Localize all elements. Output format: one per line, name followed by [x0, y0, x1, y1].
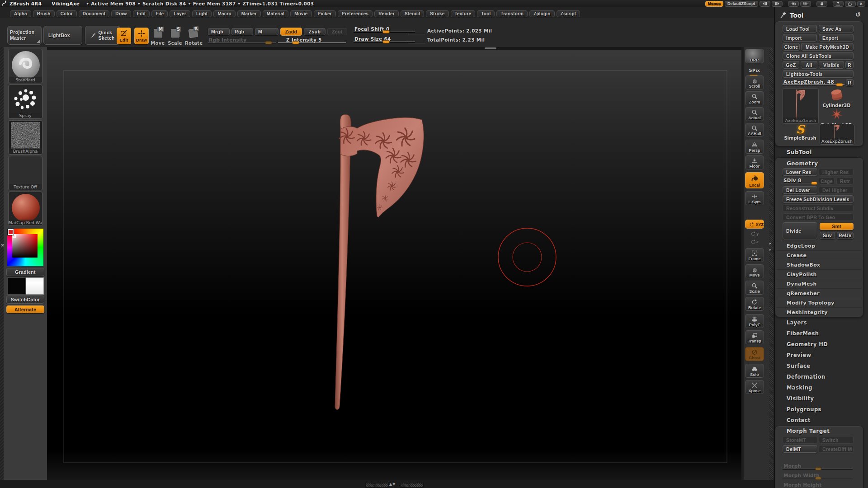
creatediff-button[interactable]: CreateDiff M: [819, 445, 854, 453]
geometry-subsection-header[interactable]: EdgeLoop: [776, 241, 862, 250]
tool-section-header[interactable]: Layers: [775, 317, 863, 328]
geometry-subsection-header[interactable]: ShadowBox: [776, 260, 862, 269]
geometry-subsection-header[interactable]: MeshIntegrity: [776, 307, 862, 317]
lsym-button[interactable]: L.Sym: [745, 191, 764, 205]
restore-button[interactable]: [845, 1, 856, 7]
rotate-y-constraint-icon[interactable]: y: [750, 231, 759, 237]
store-mt-button[interactable]: StoreMT: [783, 436, 817, 444]
switch-mt-button[interactable]: Switch: [819, 436, 854, 444]
focal-shift-slider[interactable]: Focal Shift 0: [354, 26, 415, 33]
slider-handle[interactable]: [292, 41, 299, 44]
save-as-button[interactable]: Save As: [819, 25, 854, 33]
xpose-button[interactable]: Xpose: [745, 380, 764, 394]
frame-button[interactable]: Frame: [745, 248, 764, 262]
goz-all-button[interactable]: All: [801, 61, 817, 69]
saturation-value-square[interactable]: [12, 234, 38, 258]
zoom-canvas-button[interactable]: Zoom: [745, 91, 764, 105]
tool-section-header[interactable]: Polygroups: [775, 404, 863, 415]
reset-palette-icon[interactable]: ↺: [855, 11, 861, 18]
menu-item[interactable]: Alpha: [10, 10, 31, 17]
goz-r-button[interactable]: R: [845, 61, 854, 69]
minimize-button[interactable]: [833, 1, 844, 7]
tool-section-header[interactable]: Preview: [775, 350, 863, 361]
reuv-button[interactable]: ReUV: [837, 232, 854, 239]
slider-handle[interactable]: [382, 30, 390, 33]
draw-button[interactable]: Draw: [134, 28, 149, 44]
menu-item[interactable]: Stencil: [401, 10, 424, 17]
menu-item[interactable]: Macro: [213, 10, 235, 17]
geometry-subsection-header[interactable]: ClayPolish: [776, 269, 862, 279]
rgb-intensity-slider[interactable]: Rgb Intensity: [208, 37, 276, 44]
tool-item-cylinder[interactable]: Cylinder3D: [820, 89, 854, 108]
z-intensity-slider[interactable]: Z Intensity 5: [278, 37, 346, 44]
convert-bpr-button[interactable]: Convert BPR To Geo: [783, 213, 854, 221]
rotate-button[interactable]: R Rotate: [185, 28, 201, 47]
clone-all-subtools-button[interactable]: Clone All SubTools: [783, 52, 854, 60]
main-color-swatch[interactable]: [7, 277, 25, 295]
color-picker[interactable]: [7, 229, 43, 266]
menu-item[interactable]: Zscript: [557, 10, 580, 17]
edit-button[interactable]: Edit: [117, 28, 131, 44]
zcut-button[interactable]: Zcut: [327, 28, 347, 35]
polyframe-button[interactable]: PolyF: [745, 314, 764, 328]
geometry-subsection-header[interactable]: qRemesher: [776, 288, 862, 298]
goz-visible-button[interactable]: Visible: [819, 61, 844, 69]
tool-select-slider[interactable]: AxeExpZbrush. 48: [783, 79, 844, 86]
tool-section-header[interactable]: FiberMesh: [775, 328, 863, 339]
right-tray-scrollbar[interactable]: [769, 47, 774, 480]
slider-handle[interactable]: [382, 40, 390, 43]
slider-handle[interactable]: [265, 41, 272, 44]
tray-expand-icon2[interactable]: ▸: [769, 248, 771, 252]
menu-item[interactable]: File: [151, 10, 168, 17]
menu-item[interactable]: Document: [79, 10, 110, 17]
morph-slider[interactable]: Morph: [783, 463, 853, 470]
del-lower-button[interactable]: Del Lower: [783, 186, 817, 194]
scroll-canvas-button[interactable]: Scroll: [745, 75, 764, 89]
del-mt-button[interactable]: DelMT: [783, 445, 817, 453]
menu-item[interactable]: Transform: [496, 10, 528, 17]
make-polymesh3d-button[interactable]: Make PolyMesh3D: [801, 43, 854, 51]
current-tool-thumbnail[interactable]: AxeExpZbrush: [783, 88, 819, 124]
alpha-thumbnail[interactable]: BrushAlpha: [8, 120, 42, 155]
divide-button[interactable]: Divide: [783, 222, 817, 239]
scroll-right-button[interactable]: [772, 1, 783, 7]
tool-item-simplebrush[interactable]: S SimpleBrush: [783, 124, 818, 141]
slider-handle[interactable]: [815, 467, 821, 470]
transparency-button[interactable]: Transp: [745, 330, 764, 344]
lock-button[interactable]: [816, 1, 827, 7]
tray-expand-icon[interactable]: ▸: [769, 241, 771, 245]
menu-item[interactable]: Preferences: [338, 10, 373, 17]
tray-left-button[interactable]: [788, 1, 799, 7]
material-thumbnail[interactable]: MatCap Red Wa: [8, 192, 42, 226]
texture-thumbnail[interactable]: Texture Off: [8, 156, 42, 190]
del-higher-button[interactable]: Del Higher: [819, 186, 854, 194]
geometry-section-header[interactable]: Geometry: [787, 160, 818, 167]
brush-thumbnail[interactable]: Standard: [8, 49, 42, 83]
suv-button[interactable]: Suv: [820, 232, 835, 239]
export-button[interactable]: Export: [819, 34, 854, 42]
projection-master-button[interactable]: Projection Master: [7, 26, 42, 45]
switch-color-button[interactable]: SwitchColor: [6, 296, 44, 304]
clone-button[interactable]: Clone: [783, 43, 800, 51]
actual-size-button[interactable]: Actual: [745, 107, 764, 121]
bottom-scrollbar-right[interactable]: [400, 483, 424, 488]
morph-width-slider[interactable]: Morph Width: [783, 473, 853, 480]
canvas-top-scrollbar[interactable]: [47, 47, 741, 50]
scroll-left-button[interactable]: [760, 1, 770, 7]
menu-item[interactable]: Edit: [133, 10, 150, 17]
zsub-button[interactable]: Zsub: [304, 28, 326, 35]
stroke-thumbnail[interactable]: Spray: [8, 84, 42, 119]
morph-height-slider[interactable]: Morph Height: [783, 482, 853, 488]
morph-target-section-header[interactable]: Morph Target: [787, 428, 830, 434]
import-button[interactable]: Import: [783, 34, 817, 42]
cage-button[interactable]: Cage: [819, 177, 835, 185]
tool-r-button[interactable]: R: [846, 79, 854, 86]
tray-right-button[interactable]: [800, 1, 811, 7]
menu-item[interactable]: Draw: [111, 10, 131, 17]
menu-item[interactable]: Brush: [33, 10, 55, 17]
higher-res-button[interactable]: Higher Res: [819, 168, 854, 176]
m-button[interactable]: M: [255, 28, 278, 35]
rotate-z-constraint-icon[interactable]: z: [750, 239, 759, 245]
menu-item[interactable]: Render: [374, 10, 399, 17]
close-button[interactable]: ×: [857, 1, 865, 7]
